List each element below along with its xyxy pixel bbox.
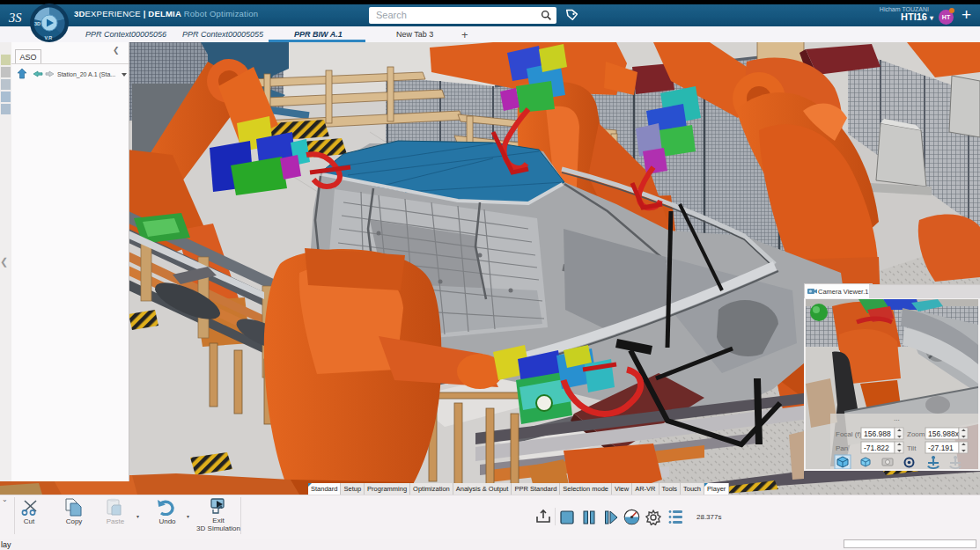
svg-text:-71.822: -71.822 [864,444,889,452]
svg-text:Focal (f): Focal (f) [836,430,862,438]
svg-text:3S: 3S [8,11,22,25]
svg-text:...: ... [894,414,900,422]
svg-text:156.988: 156.988 [864,429,891,438]
svg-text:Pan: Pan [836,444,848,452]
svg-text:Tilt: Tilt [907,444,917,452]
svg-text:Zoom: Zoom [907,430,925,438]
svg-text:156.988x: 156.988x [928,429,960,438]
svg-text:-27.191: -27.191 [928,444,954,452]
svg-text:V.R: V.R [45,35,53,40]
svg-text:3D: 3D [34,21,41,26]
svg-text:Station_20 A.1 (Sta...: Station_20 A.1 (Sta... [57,71,115,78]
